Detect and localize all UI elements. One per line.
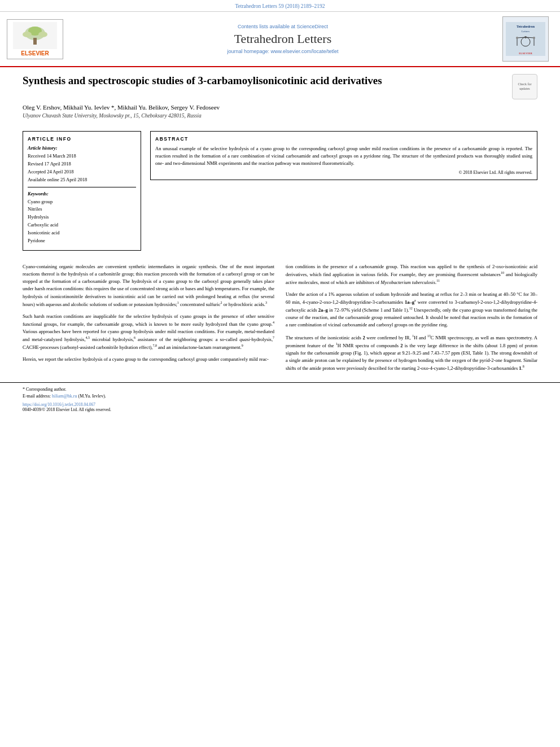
body-paragraph-6: The structures of the isonicotinic acids… xyxy=(286,334,537,372)
body-paragraph-5: Under the action of a 1% aqueous solutio… xyxy=(286,291,537,329)
corresponding-author-note: * Corresponding author. xyxy=(23,386,537,393)
body-left-column: Cyano-containing organic molecules are c… xyxy=(23,263,274,377)
abstract-heading: ABSTRACT xyxy=(155,136,532,142)
article-info-box: ARTICLE INFO Article history: Received 1… xyxy=(23,131,141,251)
authors-line: Oleg V. Ershov, Mikhail Yu. Ievlev *, Mi… xyxy=(23,104,537,111)
journal-title: Tetrahedron Letters xyxy=(75,32,491,46)
keyword-2: Nitriles xyxy=(28,206,136,213)
svg-point-16 xyxy=(524,36,527,38)
svg-point-15 xyxy=(533,37,535,39)
keywords-label: Keywords: xyxy=(28,191,136,196)
body-two-col: Cyano-containing organic molecules are c… xyxy=(23,263,537,377)
keyword-5: Isonicotinic acid xyxy=(28,230,136,237)
journal-citation: Tetrahedron Letters 59 (2018) 2189–2192 xyxy=(235,3,325,9)
svg-text:Letters: Letters xyxy=(522,30,530,33)
body-paragraph-3: Herein, we report the selective hydrolys… xyxy=(23,356,274,363)
svg-point-5 xyxy=(38,32,47,37)
email-line: E-mail address: hiliam@hk.ru (M.Yu. Ievl… xyxy=(23,393,537,400)
tetrahedron-cover-svg: Tetrahedron Letters ELSEVIER xyxy=(506,22,545,56)
revised-date: Revised 17 April 2018 xyxy=(28,161,136,168)
tetrahedron-cover-image: Tetrahedron Letters ELSEVIER xyxy=(502,16,549,62)
body-section: Cyano-containing organic molecules are c… xyxy=(0,256,560,377)
keyword-6: Pyridone xyxy=(28,238,136,244)
doi-line: https://doi.org/10.1016/j.tetlet.2018.04… xyxy=(23,402,537,407)
affiliation-line: Ulyanov Chuvash State University, Moskow… xyxy=(23,113,537,119)
svg-rect-2 xyxy=(33,38,37,45)
info-divider xyxy=(28,187,136,187)
footer-section: https://doi.org/10.1016/j.tetlet.2018.04… xyxy=(0,400,560,414)
svg-text:ELSEVIER: ELSEVIER xyxy=(519,52,532,55)
journal-homepage: journal homepage: www.elsevier.com/locat… xyxy=(75,49,491,54)
svg-point-14 xyxy=(516,37,518,39)
tetrahedron-cover-container: Tetrahedron Letters ELSEVIER xyxy=(502,16,553,62)
received-date: Received 14 March 2018 xyxy=(28,153,136,160)
copyright-line: © 2018 Elsevier Ltd. All rights reserved… xyxy=(155,170,532,175)
article-info-column: ARTICLE INFO Article history: Received 1… xyxy=(23,131,141,256)
abstract-box: ABSTRACT An unusual example of the selec… xyxy=(150,131,537,180)
elsevier-label: ELSEVIER xyxy=(10,50,60,56)
body-paragraph-1: Cyano-containing organic molecules are c… xyxy=(23,263,274,308)
svg-point-4 xyxy=(23,32,32,37)
accepted-date: Accepted 24 April 2018 xyxy=(28,169,136,176)
abstract-text: An unusual example of the selective hydr… xyxy=(155,145,532,167)
journal-header: ELSEVIER Contents lists available at Sci… xyxy=(0,12,560,67)
keyword-1: Cyano group xyxy=(28,199,136,206)
elsevier-box: ELSEVIER xyxy=(7,19,63,59)
body-paragraph-2: Such harsh reaction conditions are inapp… xyxy=(23,313,274,351)
article-title-section: Synthesis and spectroscopic studies of 3… xyxy=(0,67,560,131)
history-label: Article history: xyxy=(28,145,136,151)
elsevier-graphic xyxy=(13,22,57,49)
journal-citation-bar: Tetrahedron Letters 59 (2018) 2189–2192 xyxy=(0,0,560,12)
article-info-heading: ARTICLE INFO xyxy=(28,136,136,142)
header-center: Contents lists available at ScienceDirec… xyxy=(63,24,502,54)
email-address[interactable]: hiliam@hk.ru xyxy=(52,394,77,399)
body-paragraph-4: tion conditions in the presence of a car… xyxy=(286,263,537,286)
body-right-column: tion conditions in the presence of a car… xyxy=(286,263,537,377)
elsevier-logo-container: ELSEVIER xyxy=(7,19,63,59)
article-title-row: Synthesis and spectroscopic studies of 3… xyxy=(23,74,537,99)
article-title: Synthesis and spectroscopic studies of 3… xyxy=(23,74,506,88)
keyword-4: Carboxylic acid xyxy=(28,222,136,229)
sciencedirect-link: Contents lists available at ScienceDirec… xyxy=(75,24,491,29)
svg-text:Tetrahedron: Tetrahedron xyxy=(517,25,535,28)
keyword-3: Hydrolysis xyxy=(28,214,136,221)
footnote-section: * Corresponding author. E-mail address: … xyxy=(0,382,560,400)
page-container: Tetrahedron Letters 59 (2018) 2189–2192 … xyxy=(0,0,560,747)
available-date: Available online 25 April 2018 xyxy=(28,177,136,184)
abstract-column: ABSTRACT An unusual example of the selec… xyxy=(150,131,537,256)
check-updates-badge: Check for updates xyxy=(512,74,537,99)
info-abstract-section: ARTICLE INFO Article history: Received 1… xyxy=(0,131,560,256)
doi-link[interactable]: https://doi.org/10.1016/j.tetlet.2018.04… xyxy=(23,402,95,407)
issn-line: 0040-4039/© 2018 Elsevier Ltd. All right… xyxy=(23,407,537,412)
